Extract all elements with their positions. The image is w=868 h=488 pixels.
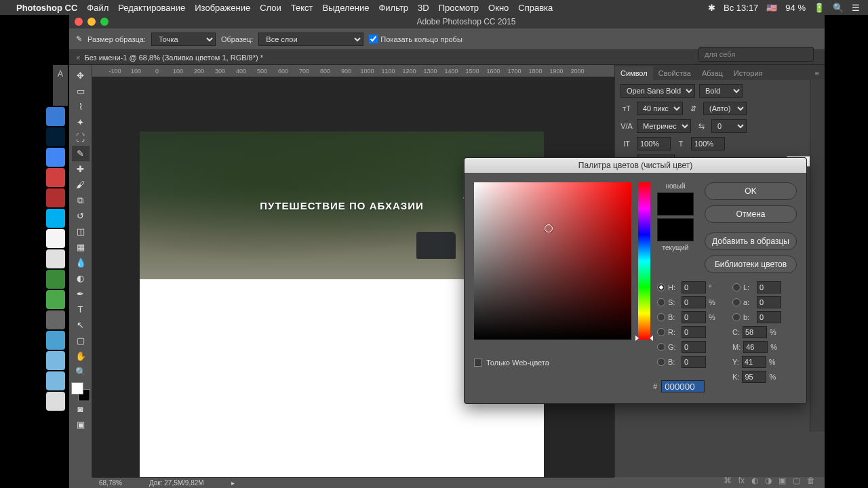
color-picker-dialog[interactable]: Палитра цветов (чистый цвет) новый текущ… xyxy=(464,157,807,404)
color-picker-title[interactable]: Палитра цветов (чистый цвет) xyxy=(465,158,806,173)
blur-tool[interactable]: 💧 xyxy=(72,255,90,270)
color-libraries-button[interactable]: Библиотеки цветов xyxy=(705,256,797,273)
lasso-tool[interactable]: ⌇ xyxy=(72,99,90,115)
pen-tool[interactable]: ✒ xyxy=(72,286,90,302)
web-only-checkbox[interactable]: Только Web-цвета xyxy=(474,359,549,367)
right-collapsed-dock[interactable] xyxy=(810,79,825,432)
dock-folder-2[interactable] xyxy=(46,371,65,390)
menu-image[interactable]: Изображение xyxy=(195,3,250,13)
hue-pointer-left[interactable] xyxy=(635,336,639,341)
window-zoom-button[interactable] xyxy=(100,18,108,26)
radio-g[interactable] xyxy=(657,343,665,351)
font-weight-select[interactable]: Bold xyxy=(699,84,743,98)
menu-3d[interactable]: 3D xyxy=(418,3,429,13)
quickmask-tool[interactable]: ◙ xyxy=(72,401,90,417)
new-layer-icon[interactable]: ▢ xyxy=(793,476,800,485)
value-c[interactable] xyxy=(743,326,767,338)
crop-tool[interactable]: ⛶ xyxy=(72,130,90,146)
link-icon[interactable]: ⌘ xyxy=(724,476,732,485)
move-tool[interactable]: ✥ xyxy=(72,68,90,83)
foreground-color-swatch[interactable] xyxy=(71,382,83,394)
dock-app-7[interactable] xyxy=(46,331,65,350)
current-color-swatch[interactable] xyxy=(657,218,694,241)
fx-icon[interactable]: fx xyxy=(738,476,745,485)
rectangle-tool[interactable]: ▢ xyxy=(72,333,90,348)
tab-close-icon[interactable]: × xyxy=(76,54,80,62)
dock-folder-1[interactable] xyxy=(46,351,65,370)
value-y[interactable] xyxy=(742,356,766,368)
color-field[interactable] xyxy=(474,182,631,340)
dock-app-6[interactable] xyxy=(46,290,65,309)
menu-edit[interactable]: Редактирование xyxy=(118,3,185,13)
menu-view[interactable]: Просмотр xyxy=(439,3,479,13)
eraser-tool[interactable]: ◫ xyxy=(72,224,90,239)
menubar-clock[interactable]: Вс 13:17 xyxy=(724,3,758,13)
tab-character[interactable]: Символ xyxy=(615,66,653,80)
dock-chrome[interactable] xyxy=(46,148,65,167)
dock-settings[interactable] xyxy=(46,310,65,329)
window-close-button[interactable] xyxy=(75,18,83,26)
menu-help[interactable]: Справка xyxy=(518,3,553,13)
menu-text[interactable]: Текст xyxy=(291,3,313,13)
healing-tool[interactable]: ✚ xyxy=(72,161,90,177)
vscale-input[interactable] xyxy=(637,137,671,150)
hue-pointer-right[interactable] xyxy=(650,336,653,341)
value-h[interactable] xyxy=(682,281,706,293)
color-field-cursor[interactable] xyxy=(545,224,553,232)
folder-icon[interactable]: ▣ xyxy=(778,476,786,485)
clone-tool[interactable]: ⧉ xyxy=(72,192,90,208)
ok-button[interactable]: OK xyxy=(705,182,797,200)
brush-tool[interactable]: 🖌 xyxy=(72,177,90,192)
dock-trash[interactable] xyxy=(46,392,65,411)
value-s[interactable] xyxy=(682,296,706,308)
value-g[interactable] xyxy=(682,341,706,353)
character-icon[interactable]: A xyxy=(58,69,63,79)
bluetooth-icon[interactable]: ✱ xyxy=(708,3,715,13)
type-tool[interactable]: T xyxy=(72,302,90,317)
foreground-background-colors[interactable] xyxy=(71,382,90,401)
radio-bv[interactable] xyxy=(657,313,665,321)
mask-icon[interactable]: ◐ xyxy=(751,476,758,485)
radio-r[interactable] xyxy=(657,328,665,336)
status-zoom[interactable]: 68,78% xyxy=(99,479,122,487)
sample-size-select[interactable]: Точка xyxy=(151,33,216,46)
dock-app-5[interactable] xyxy=(46,270,65,289)
panel-menu-icon[interactable]: ≡ xyxy=(810,66,825,80)
magic-wand-tool[interactable]: ✦ xyxy=(72,115,90,130)
value-bv[interactable] xyxy=(682,311,706,323)
tab-properties[interactable]: Свойства xyxy=(653,66,696,80)
adjustment-icon[interactable]: ◑ xyxy=(765,476,772,485)
history-brush-tool[interactable]: ↺ xyxy=(72,208,90,224)
hand-tool[interactable]: ✋ xyxy=(72,348,90,364)
dock-skype[interactable] xyxy=(46,209,65,228)
status-arrow-icon[interactable]: ▸ xyxy=(231,479,235,487)
radio-s[interactable] xyxy=(657,298,665,306)
menubar-app-name[interactable]: Photoshop CC xyxy=(16,3,77,13)
dock-finder[interactable] xyxy=(46,107,65,126)
menubar-lang[interactable]: 🇺🇸 xyxy=(766,3,777,13)
leading-select[interactable]: (Авто) xyxy=(703,102,747,115)
value-r[interactable] xyxy=(682,326,706,338)
radio-l[interactable] xyxy=(732,283,741,291)
menu-filter[interactable]: Фильтр xyxy=(378,3,408,13)
source-select[interactable]: Все слои xyxy=(258,33,363,46)
hex-input[interactable] xyxy=(661,380,705,392)
zoom-tool[interactable]: 🔍 xyxy=(72,364,90,380)
kerning-select[interactable]: Метрически xyxy=(637,119,691,133)
marquee-tool[interactable]: ▭ xyxy=(72,83,90,99)
dock-photoshop[interactable] xyxy=(46,127,65,146)
hue-slider[interactable] xyxy=(638,182,650,340)
search-icon[interactable]: 🔍 xyxy=(833,3,844,13)
trash-icon[interactable]: 🗑 xyxy=(807,476,815,485)
value-l[interactable] xyxy=(757,281,781,293)
dodge-tool[interactable]: ◐ xyxy=(72,270,90,286)
path-select-tool[interactable]: ↖ xyxy=(72,317,90,333)
menu-window[interactable]: Окно xyxy=(488,3,509,13)
value-k[interactable] xyxy=(742,371,766,383)
value-a[interactable] xyxy=(757,296,781,308)
gradient-tool[interactable]: ▦ xyxy=(72,239,90,255)
value-lb[interactable] xyxy=(757,311,781,323)
radio-lb[interactable] xyxy=(732,313,741,321)
tab-paragraph[interactable]: Абзац xyxy=(696,66,728,80)
font-family-select[interactable]: Open Sans Bold xyxy=(620,84,695,98)
